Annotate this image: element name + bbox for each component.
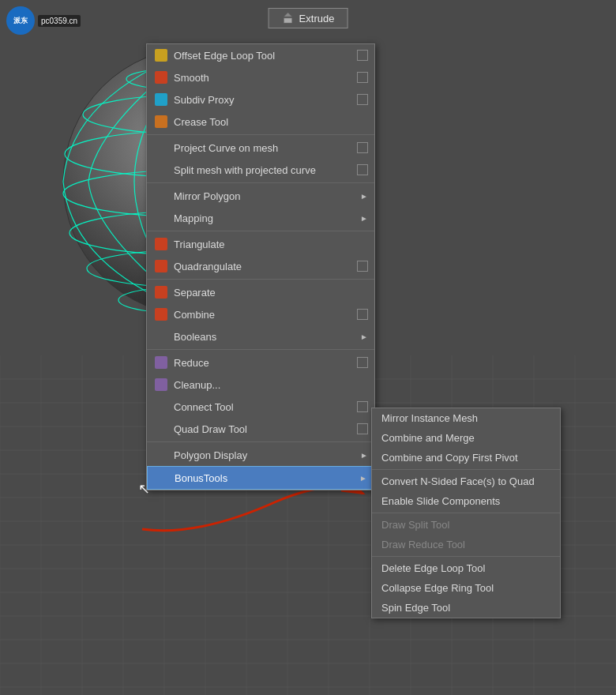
crease-tool-icon bbox=[153, 114, 169, 130]
smooth-label: Smooth bbox=[174, 72, 357, 84]
combine-checkbox[interactable] bbox=[357, 309, 368, 320]
project-curve-checkbox[interactable] bbox=[357, 142, 368, 153]
booleans-label: Booleans bbox=[174, 331, 360, 343]
svg-rect-39 bbox=[284, 18, 292, 23]
menu-item-separate[interactable]: Separate bbox=[147, 281, 374, 303]
menu-item-quad-draw[interactable]: Quad Draw Tool bbox=[147, 418, 374, 440]
submenu-draw-split: Draw Split Tool bbox=[372, 515, 560, 535]
menu-item-smooth[interactable]: Smooth bbox=[147, 66, 374, 88]
separator-2 bbox=[147, 182, 374, 183]
mirror-polygon-arrow: ► bbox=[360, 192, 368, 201]
submenu-enable-slide[interactable]: Enable Slide Components bbox=[372, 491, 560, 511]
triangulate-icon bbox=[153, 236, 169, 252]
submenu-combine-merge[interactable]: Combine and Merge bbox=[372, 428, 560, 448]
smooth-icon bbox=[153, 70, 169, 85]
delete-edge-loop-label: Delete Edge Loop Tool bbox=[381, 562, 550, 574]
watermark: 派东 pc0359.cn bbox=[6, 6, 81, 35]
mapping-spacer bbox=[153, 210, 169, 226]
project-curve-label: Project Curve on mesh bbox=[174, 142, 357, 154]
polygon-display-label: Polygon Display bbox=[174, 449, 360, 461]
menu-item-mirror-polygon[interactable]: Mirror Polygon ► bbox=[147, 185, 374, 207]
booleans-spacer bbox=[153, 329, 169, 344]
submenu-separator-3 bbox=[372, 556, 560, 557]
submenu-draw-reduce: Draw Reduce Tool bbox=[372, 535, 560, 554]
mapping-arrow: ► bbox=[360, 214, 368, 223]
combine-copy-label: Combine and Copy First Pivot bbox=[381, 452, 550, 464]
menu-item-polygon-display[interactable]: Polygon Display ► bbox=[147, 444, 374, 466]
separator-6 bbox=[147, 441, 374, 442]
submenu-collapse-edge-ring[interactable]: Collapse Edge Ring Tool bbox=[372, 578, 560, 598]
mirror-polygon-label: Mirror Polygon bbox=[174, 190, 360, 202]
polygon-display-spacer bbox=[153, 447, 169, 463]
submenu-convert-nsided[interactable]: Convert N-Sided Face(s) to Quad bbox=[372, 471, 560, 491]
cleanup-icon bbox=[153, 377, 169, 393]
menu-item-reduce[interactable]: Reduce bbox=[147, 351, 374, 374]
quad-draw-checkbox[interactable] bbox=[357, 423, 368, 434]
bonus-tools-arrow: ► bbox=[359, 474, 367, 483]
mirror-instance-label: Mirror Instance Mesh bbox=[381, 412, 550, 424]
menu-item-mapping[interactable]: Mapping ► bbox=[147, 207, 374, 229]
mapping-label: Mapping bbox=[174, 212, 360, 224]
submenu-separator-1 bbox=[372, 469, 560, 470]
spin-edge-label: Spin Edge Tool bbox=[381, 602, 550, 614]
subdiv-proxy-icon bbox=[153, 92, 169, 107]
draw-reduce-label: Draw Reduce Tool bbox=[381, 539, 550, 550]
bonus-tools-submenu: Mirror Instance Mesh Combine and Merge C… bbox=[371, 408, 561, 618]
collapse-edge-ring-label: Collapse Edge Ring Tool bbox=[381, 582, 550, 594]
menu-item-triangulate[interactable]: Triangulate bbox=[147, 233, 374, 255]
split-mesh-label: Split mesh with projected curve bbox=[174, 164, 357, 176]
combine-icon bbox=[153, 306, 169, 322]
reduce-checkbox[interactable] bbox=[357, 357, 368, 368]
separate-icon bbox=[153, 284, 169, 300]
submenu-mirror-instance[interactable]: Mirror Instance Mesh bbox=[372, 408, 560, 428]
connect-tool-label: Connect Tool bbox=[174, 401, 357, 413]
connect-tool-spacer bbox=[153, 399, 169, 415]
draw-split-label: Draw Split Tool bbox=[381, 519, 550, 531]
menu-item-crease-tool[interactable]: Crease Tool bbox=[147, 111, 374, 133]
bonus-tools-spacer bbox=[154, 470, 170, 486]
offset-edge-loop-checkbox[interactable] bbox=[357, 50, 368, 61]
extrude-button[interactable]: Extrude bbox=[269, 8, 348, 28]
menu-item-subdiv-proxy[interactable]: Subdiv Proxy bbox=[147, 88, 374, 111]
menu-item-offset-edge-loop[interactable]: Offset Edge Loop Tool bbox=[147, 44, 374, 66]
split-mesh-spacer bbox=[153, 162, 169, 178]
menu-item-quadrangulate[interactable]: Quadrangulate bbox=[147, 255, 374, 277]
smooth-checkbox[interactable] bbox=[357, 72, 368, 83]
context-menu: Offset Edge Loop Tool Smooth Subdiv Prox… bbox=[146, 43, 375, 490]
crease-tool-label: Crease Tool bbox=[174, 116, 368, 128]
submenu-separator-2 bbox=[372, 513, 560, 513]
project-curve-spacer bbox=[153, 140, 169, 156]
menu-item-combine[interactable]: Combine bbox=[147, 303, 374, 325]
menu-item-cleanup[interactable]: Cleanup... bbox=[147, 374, 374, 396]
menu-item-split-mesh[interactable]: Split mesh with projected curve bbox=[147, 159, 374, 181]
svg-marker-40 bbox=[284, 13, 292, 17]
submenu-spin-edge[interactable]: Spin Edge Tool bbox=[372, 598, 560, 618]
booleans-arrow: ► bbox=[360, 332, 368, 341]
quad-draw-label: Quad Draw Tool bbox=[174, 423, 357, 435]
offset-edge-loop-icon bbox=[153, 47, 169, 63]
menu-item-connect-tool[interactable]: Connect Tool bbox=[147, 396, 374, 418]
combine-merge-label: Combine and Merge bbox=[381, 432, 550, 444]
separate-label: Separate bbox=[174, 287, 368, 299]
reduce-label: Reduce bbox=[174, 357, 357, 369]
combine-label: Combine bbox=[174, 309, 357, 321]
quadrangulate-checkbox[interactable] bbox=[357, 261, 368, 272]
quad-draw-spacer bbox=[153, 421, 169, 437]
menu-item-bonus-tools[interactable]: BonusTools ► bbox=[147, 466, 374, 490]
extrude-label: Extrude bbox=[299, 13, 335, 24]
cleanup-label: Cleanup... bbox=[174, 379, 368, 391]
viewport: 派东 pc0359.cn Extrude Offset Edge Loop To… bbox=[0, 0, 616, 695]
triangulate-label: Triangulate bbox=[174, 239, 368, 250]
separator-1 bbox=[147, 134, 374, 135]
convert-nsided-label: Convert N-Sided Face(s) to Quad bbox=[381, 475, 550, 487]
enable-slide-label: Enable Slide Components bbox=[381, 495, 550, 507]
submenu-delete-edge-loop[interactable]: Delete Edge Loop Tool bbox=[372, 558, 560, 578]
menu-item-project-curve[interactable]: Project Curve on mesh bbox=[147, 137, 374, 159]
split-mesh-checkbox[interactable] bbox=[357, 164, 368, 175]
separator-4 bbox=[147, 279, 374, 280]
offset-edge-loop-label: Offset Edge Loop Tool bbox=[174, 50, 357, 62]
menu-item-booleans[interactable]: Booleans ► bbox=[147, 325, 374, 348]
connect-tool-checkbox[interactable] bbox=[357, 401, 368, 412]
submenu-combine-copy[interactable]: Combine and Copy First Pivot bbox=[372, 448, 560, 468]
subdiv-proxy-checkbox[interactable] bbox=[357, 94, 368, 105]
